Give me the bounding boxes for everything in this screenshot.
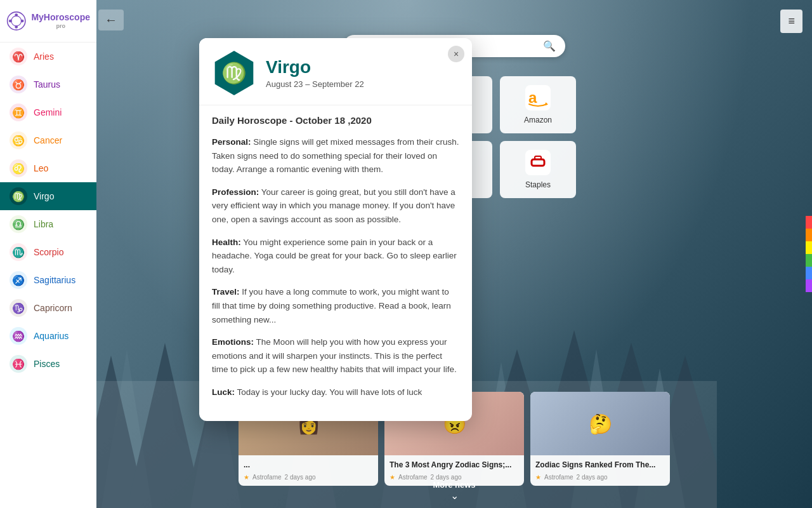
zodiac-label-sagittarius: Sagittarius [34,275,75,285]
zodiac-icon-aquarius: ♒ [10,327,27,345]
horoscope-section-travel: Travel: If you have a long commute to wo… [212,285,459,326]
svg-point-23 [11,16,22,26]
modal-body: Daily Horoscope - October 18 ,2020 Perso… [199,105,472,421]
horoscope-section-health: Health: You might experience some pain i… [212,236,459,277]
sidebar-item-virgo[interactable]: ♍ Virgo [0,182,96,210]
sidebar-item-sagittarius[interactable]: ♐ Sagittarius [0,266,96,294]
zodiac-icon-scorpio: ♏ [10,243,27,261]
sign-symbol: ♍ [221,61,247,85]
sidebar-item-gemini[interactable]: ♊ Gemini [0,98,96,126]
sidebar-item-cancer[interactable]: ♋ Cancer [0,126,96,154]
sidebar: MyHoroscope pro ♈ Aries ♉ Taurus ♊ Gemin… [0,0,96,508]
section-text: You might experience some pain in your b… [212,237,457,274]
zodiac-label-capricorn: Capricorn [34,303,72,313]
app-subtitle: pro [31,23,90,30]
zodiac-label-aquarius: Aquarius [34,331,69,341]
svg-point-24 [15,13,18,17]
horoscope-date-title: Daily Horoscope - October 18 ,2020 [212,115,459,126]
app-title-text: MyHoroscope [31,12,90,23]
sidebar-item-pisces[interactable]: ♓ Pisces [0,350,96,378]
section-label: Health: [212,237,241,247]
section-label: Personal: [212,137,251,147]
sidebar-item-taurus[interactable]: ♉ Taurus [0,70,96,98]
zodiac-label-libra: Libra [34,219,53,229]
sidebar-item-capricorn[interactable]: ♑ Capricorn [0,294,96,322]
modal-overlay: ♍ Virgo August 23 – September 22 × Daily… [193,0,812,508]
zodiac-label-taurus: Taurus [34,79,60,90]
svg-point-25 [15,25,18,29]
zodiac-icon-cancer: ♋ [10,131,27,149]
section-text: Today is your lucky day. You will have l… [235,387,422,397]
sign-name: Virgo [266,57,364,77]
zodiac-icon-sagittarius: ♐ [10,271,27,289]
section-text: If you have a long commute to work, you … [212,287,451,324]
sidebar-item-leo[interactable]: ♌ Leo [0,154,96,182]
horoscope-sections: Personal: Single signs will get mixed me… [212,135,459,399]
zodiac-label-gemini: Gemini [34,107,62,117]
back-button[interactable]: ← [98,10,124,30]
zodiac-icon-gemini: ♊ [10,104,27,121]
svg-point-26 [9,20,12,23]
section-label: Emotions: [212,337,254,347]
sidebar-item-libra[interactable]: ♎ Libra [0,210,96,238]
sign-date-range: August 23 – September 22 [266,79,364,89]
zodiac-icon-leo: ♌ [10,159,27,177]
app-logo-icon [6,10,26,32]
sidebar-item-aries[interactable]: ♈ Aries [0,43,96,70]
horoscope-section-personal: Personal: Single signs will get mixed me… [212,135,459,177]
zodiac-icon-virgo: ♍ [10,187,27,205]
zodiac-icon-aries: ♈ [10,48,27,65]
sidebar-item-scorpio[interactable]: ♏ Scorpio [0,238,96,266]
horoscope-section-emotions: Emotions: The Moon will help you with ho… [212,335,459,377]
sign-hex-icon: ♍ [212,51,256,95]
zodiac-label-scorpio: Scorpio [34,247,63,257]
svg-point-27 [21,20,24,23]
horoscope-section-luck: Luck: Today is your lucky day. You will … [212,385,459,399]
sidebar-header: MyHoroscope pro [0,0,96,43]
app-name: MyHoroscope pro [31,12,90,30]
zodiac-icon-taurus: ♉ [10,76,27,93]
zodiac-label-leo: Leo [34,163,48,173]
zodiac-label-cancer: Cancer [34,135,62,145]
modal-header: ♍ Virgo August 23 – September 22 × [199,38,472,105]
sidebar-item-aquarius[interactable]: ♒ Aquarius [0,322,96,350]
zodiac-list: ♈ Aries ♉ Taurus ♊ Gemini ♋ Cancer ♌ Leo… [0,43,96,378]
horoscope-section-profession: Profession: Your career is going great, … [212,185,459,227]
zodiac-label-virgo: Virgo [34,191,54,201]
zodiac-label-pisces: Pisces [34,359,60,369]
menu-button[interactable]: ≡ [780,10,802,33]
zodiac-icon-libra: ♎ [10,215,27,233]
horoscope-modal: ♍ Virgo August 23 – September 22 × Daily… [199,38,472,421]
section-label: Travel: [212,287,240,297]
main-content: 🔍 Facebook Instagram a Amazon Kohls Over… [96,0,812,508]
section-label: Luck: [212,387,235,397]
zodiac-label-aries: Aries [34,51,54,62]
modal-close-button[interactable]: × [448,46,464,62]
zodiac-icon-capricorn: ♑ [10,299,27,317]
section-label: Profession: [212,187,259,197]
zodiac-icon-pisces: ♓ [10,355,27,373]
